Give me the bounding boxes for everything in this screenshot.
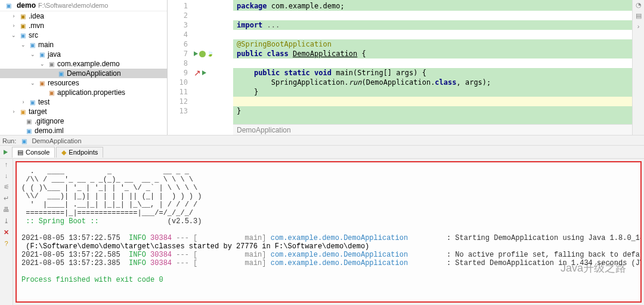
chevron-icon[interactable]: ⌄ bbox=[11, 32, 17, 38]
file-icon: ▣ bbox=[38, 50, 46, 58]
project-path: F:\Software\demo\demo bbox=[38, 2, 108, 9]
tree-item--idea[interactable]: ›▣.idea bbox=[0, 11, 167, 21]
run-tabs: ▤ Console ◆ Endpoints bbox=[0, 146, 644, 159]
code-line[interactable] bbox=[233, 97, 644, 106]
chevron-icon[interactable]: ⌄ bbox=[39, 61, 45, 67]
tree-item--gitignore[interactable]: ▣.gitignore bbox=[0, 116, 167, 126]
close-icon[interactable]: ✕ bbox=[2, 229, 11, 238]
code-line[interactable]: SpringApplication.run(DemoApplication.cl… bbox=[233, 78, 644, 87]
filter-icon[interactable]: ⚟ bbox=[2, 183, 11, 193]
tree-item-src[interactable]: ⌄▣src bbox=[0, 30, 167, 40]
tree-item-test[interactable]: ›▣test bbox=[0, 97, 167, 107]
chevron-icon[interactable]: › bbox=[11, 109, 17, 115]
print-icon[interactable]: 🖶 bbox=[2, 206, 11, 215]
project-icon: ▣ bbox=[4, 1, 13, 10]
chevron-icon[interactable]: › bbox=[11, 13, 17, 19]
console-icon: ▤ bbox=[17, 149, 23, 156]
tree-item--mvn[interactable]: ›▣.mvn bbox=[0, 21, 167, 30]
arrow-icon: ↗ bbox=[194, 68, 201, 78]
file-icon: ▣ bbox=[57, 69, 65, 78]
chevron-right-icon[interactable]: › bbox=[634, 23, 643, 32]
code-line[interactable]: public class DemoApplication { bbox=[233, 49, 644, 58]
file-icon: ▣ bbox=[38, 79, 46, 87]
file-icon: ▣ bbox=[18, 107, 27, 116]
down-icon[interactable]: ↓ bbox=[2, 172, 11, 181]
help-icon[interactable]: ? bbox=[2, 240, 11, 249]
tab-console[interactable]: ▤ Console bbox=[12, 147, 55, 158]
file-icon: ▣ bbox=[28, 98, 36, 106]
code-line[interactable]: public static void main(String[] args) { bbox=[233, 68, 644, 78]
code-line[interactable]: } bbox=[233, 87, 644, 97]
gutter-icons: 🍃↗ bbox=[191, 0, 233, 135]
line-gutter: 1234678910111213 bbox=[168, 0, 191, 135]
tree-item-java[interactable]: ⌄▣java bbox=[0, 50, 167, 59]
tree-item-target[interactable]: ›▣target bbox=[0, 107, 167, 116]
wrap-icon[interactable]: ↵ bbox=[2, 195, 11, 204]
editor-breadcrumb[interactable]: DemoApplication bbox=[233, 124, 644, 135]
tree-item-application-properties[interactable]: ▣application.properties bbox=[0, 88, 167, 97]
endpoints-icon: ◆ bbox=[61, 149, 66, 156]
tree-item-main[interactable]: ⌄▣main bbox=[0, 40, 167, 50]
tree-item-com-example-demo[interactable]: ⌄▣com.example.demo bbox=[0, 59, 167, 69]
code-editor[interactable]: 1234678910111213 🍃↗ package com.example.… bbox=[168, 0, 644, 135]
tree-item-demo-iml[interactable]: ▣demo.iml bbox=[0, 126, 167, 135]
console-output[interactable]: . ____ _ __ _ _ /\\ / ___'_ __ _ _(_)_ _… bbox=[16, 161, 642, 303]
code-line[interactable] bbox=[233, 30, 644, 39]
console-toolbar: ↑ ↓ ⚟ ↵ 🖶 ⤓ ✕ ? bbox=[0, 159, 13, 305]
tree-item-DemoApplication[interactable]: ▣DemoApplication bbox=[0, 69, 167, 78]
chevron-icon[interactable]: › bbox=[20, 99, 26, 105]
run-gutter-icon[interactable] bbox=[202, 70, 206, 75]
tab-endpoints[interactable]: ◆ Endpoints bbox=[56, 147, 103, 158]
file-icon: ▣ bbox=[24, 117, 33, 125]
code-line[interactable]: package com.example.demo; bbox=[233, 1, 644, 11]
tree-item-resources[interactable]: ⌄▣resources bbox=[0, 78, 167, 88]
file-icon: ▣ bbox=[18, 12, 27, 20]
rerun-button[interactable] bbox=[0, 147, 11, 158]
project-header: ▣ demo F:\Software\demo\demo bbox=[0, 0, 167, 11]
run-config-icon: ▣ bbox=[20, 137, 28, 146]
chevron-icon[interactable]: ⌄ bbox=[20, 42, 26, 48]
file-icon: ▣ bbox=[24, 127, 33, 135]
code-line[interactable] bbox=[233, 58, 644, 68]
scroll-icon[interactable]: ⤓ bbox=[2, 217, 11, 227]
code-line[interactable]: @SpringBootApplication bbox=[233, 39, 644, 49]
file-icon: ▣ bbox=[47, 60, 55, 68]
run-gutter-icon[interactable] bbox=[194, 51, 198, 56]
file-icon: ▣ bbox=[18, 31, 27, 39]
run-toolwindow-header: Run: ▣ DemoApplication bbox=[0, 135, 644, 146]
file-icon: ▣ bbox=[18, 21, 27, 30]
code-line[interactable]: } bbox=[233, 106, 644, 116]
project-name: demo bbox=[17, 1, 36, 10]
chevron-icon[interactable]: › bbox=[11, 23, 17, 29]
code-line[interactable]: import ... bbox=[233, 20, 644, 30]
bean-icon[interactable] bbox=[199, 51, 206, 57]
file-icon: ▣ bbox=[47, 88, 55, 97]
file-icon: ▣ bbox=[28, 41, 36, 49]
nav-icon[interactable]: ▤ bbox=[634, 12, 643, 21]
inspection-icon[interactable]: ◔ bbox=[634, 1, 643, 11]
project-tree[interactable]: ▣ demo F:\Software\demo\demo ›▣.idea›▣.m… bbox=[0, 0, 168, 135]
editor-right-gutter: ◔ ▤ › bbox=[632, 0, 644, 135]
code-line[interactable] bbox=[233, 11, 644, 20]
run-config-name: DemoApplication bbox=[32, 137, 81, 144]
chevron-icon[interactable]: ⌄ bbox=[30, 80, 36, 86]
up-icon[interactable]: ↑ bbox=[2, 161, 11, 170]
chevron-icon[interactable]: ⌄ bbox=[30, 51, 36, 57]
